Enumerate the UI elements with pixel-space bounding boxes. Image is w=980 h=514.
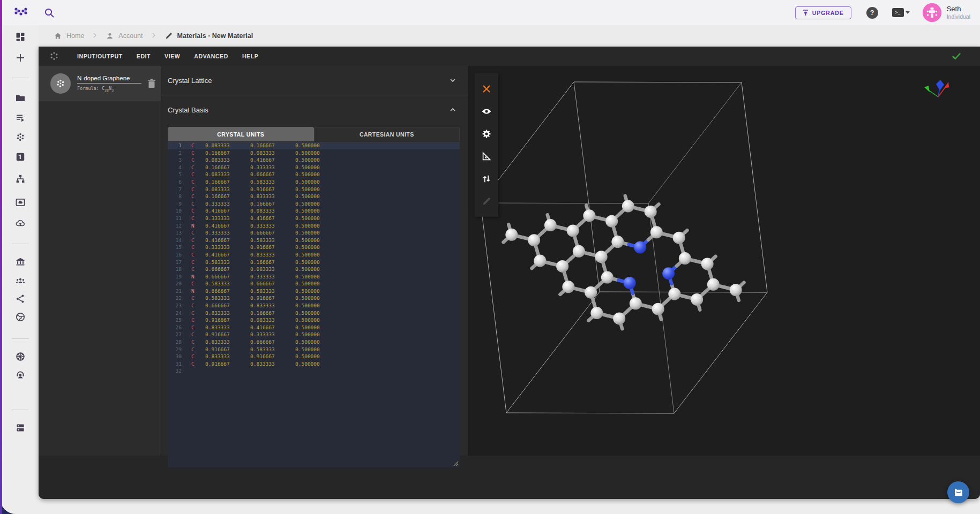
sidebar-item-dashboard[interactable] [15, 32, 26, 42]
avatar[interactable] [923, 3, 941, 22]
editor-line: 24C0.8333330.1666670.500000 [168, 309, 460, 317]
editor-line: 9C0.3333330.1666670.500000 [168, 200, 460, 208]
atoms [505, 200, 742, 325]
breadcrumb-separator [91, 32, 99, 41]
menu-help[interactable]: HELP [242, 53, 258, 59]
line-number: 30 [168, 353, 182, 360]
viewer-tool-settings[interactable] [481, 128, 492, 139]
coord-x: 0.666667 [205, 266, 250, 273]
formula-label: Formula: [77, 86, 99, 91]
editor-line: 14C0.4166670.5833330.500000 [168, 237, 460, 244]
chevron-down-icon [906, 11, 910, 14]
coord-x: 0.416667 [205, 237, 250, 244]
help-icon[interactable]: ? [866, 7, 878, 19]
menu-input-output[interactable]: INPUT/OUTPUT [77, 53, 123, 59]
viewer-tool-swap-vertical[interactable] [481, 173, 492, 184]
coord-y: 0.166667 [250, 142, 295, 149]
viewer-tool-eye[interactable] [481, 106, 492, 117]
element-symbol: C [191, 164, 205, 171]
search-icon[interactable] [43, 6, 56, 19]
coord-y: 0.916667 [250, 353, 295, 360]
editor-line: 23C0.6666670.8333330.500000 [168, 302, 460, 309]
crystal-lattice-header[interactable]: Crystal Lattice [161, 66, 468, 95]
element-symbol: C [191, 324, 205, 331]
material-designer-panel: INPUT/OUTPUTEDITVIEWADVANCEDHELP [39, 47, 980, 499]
viewer-panel[interactable] [468, 66, 980, 456]
coord-z: 0.500000 [295, 237, 340, 244]
coord-x: 0.583333 [205, 280, 250, 288]
mat3ra-logo[interactable] [14, 6, 28, 19]
sidebar-item-cloud-upload[interactable] [15, 218, 26, 229]
formula-value: C28N3 [102, 86, 114, 91]
crystal-basis-editor[interactable]: 1C0.0833330.1666670.5000002C0.1666670.08… [168, 142, 460, 467]
line-number: 24 [168, 309, 182, 317]
structure-3d-scene[interactable] [468, 66, 980, 456]
chevron-up-icon [450, 107, 456, 113]
sidebar-item-looks-one[interactable] [15, 152, 26, 162]
coord-z: 0.500000 [295, 280, 340, 288]
coord-z: 0.500000 [295, 193, 340, 200]
element-symbol: C [191, 215, 205, 222]
menu-advanced[interactable]: ADVANCED [194, 53, 228, 59]
sidebar-item-image[interactable] [15, 197, 26, 208]
viewer-tool-close[interactable] [481, 84, 492, 94]
coord-z: 0.500000 [295, 331, 340, 338]
element-symbol: C [191, 353, 205, 360]
resize-grip[interactable] [452, 460, 459, 466]
coord-y: 0.416667 [250, 324, 295, 331]
breadcrumb-label: Account [118, 32, 143, 40]
coord-y: 0.583333 [250, 288, 295, 295]
brand-accent-strip [0, 0, 2, 514]
breadcrumb-home[interactable]: Home [54, 32, 84, 40]
sidebar-item-folder[interactable] [15, 93, 26, 103]
editor-line: 2C0.1666670.0833330.500000 [168, 149, 460, 157]
sidebar-item-molecule[interactable] [15, 132, 26, 142]
material-name-input[interactable]: N-doped Graphene [77, 75, 141, 84]
editor-line: 25C0.9166670.0833330.500000 [168, 316, 460, 324]
console-menu-button[interactable]: >_ [892, 8, 910, 17]
tab-crystal-units[interactable]: CRYSTAL UNITS [168, 127, 314, 141]
material-list-item[interactable]: N-doped Graphene Formula: C28N3 [39, 66, 161, 101]
coord-x: 0.166667 [205, 164, 250, 171]
menu-view[interactable]: VIEW [164, 53, 180, 59]
viewer-tool-pencil[interactable] [481, 196, 492, 207]
sidebar-item-servers[interactable] [15, 422, 26, 433]
breadcrumb-separator [150, 32, 158, 41]
editor-line: 11C0.3333330.4166670.500000 [168, 215, 460, 222]
coord-z: 0.500000 [295, 288, 340, 295]
element-symbol: C [191, 360, 205, 368]
sidebar-item-people[interactable] [15, 275, 26, 286]
viewer-tool-set-square[interactable] [481, 151, 492, 162]
tab-cartesian-units[interactable]: CARTESIAN UNITS [314, 127, 460, 141]
sidebar-item-globe[interactable] [15, 312, 26, 322]
sidebar-item-support-wheel[interactable] [15, 351, 26, 362]
editor-line: 28C0.8333330.6666670.500000 [168, 338, 460, 346]
coord-x: 0.333333 [205, 244, 250, 251]
coord-z: 0.500000 [295, 156, 340, 164]
menu-edit[interactable]: EDIT [137, 53, 151, 59]
line-number: 1 [168, 142, 182, 149]
sidebar-item-flowchart[interactable] [15, 173, 26, 184]
coord-y: 0.416667 [250, 215, 295, 222]
chat-launcher[interactable] [947, 481, 969, 503]
editor-line: 6C0.1666670.5833330.500000 [168, 178, 460, 186]
delete-material-button[interactable] [147, 78, 156, 89]
sidebar-item-playlist[interactable] [15, 112, 26, 123]
sidebar-item-bank[interactable] [15, 256, 26, 267]
crystal-basis-header[interactable]: Crystal Basis [161, 95, 468, 124]
sidebar-item-share[interactable] [15, 293, 26, 304]
upgrade-button[interactable]: UPGRADE [795, 6, 851, 19]
coord-y: 0.916667 [250, 186, 295, 193]
line-number: 27 [168, 331, 182, 338]
axes-gizmo[interactable] [922, 75, 954, 101]
breadcrumb-account[interactable]: Account [106, 32, 143, 40]
line-number: 14 [168, 237, 182, 244]
editor-line: 27C0.9166670.3333330.500000 [168, 331, 460, 338]
line-number: 6 [168, 178, 182, 186]
sidebar-item-plus[interactable] [15, 52, 26, 63]
app-root: UPGRADE ? >_ [0, 0, 980, 514]
sidebar-item-headset[interactable] [15, 369, 26, 380]
coord-x: 0.666667 [205, 288, 250, 295]
coord-z: 0.500000 [295, 149, 340, 157]
editor-line: 10C0.4166670.0833330.500000 [168, 207, 460, 215]
